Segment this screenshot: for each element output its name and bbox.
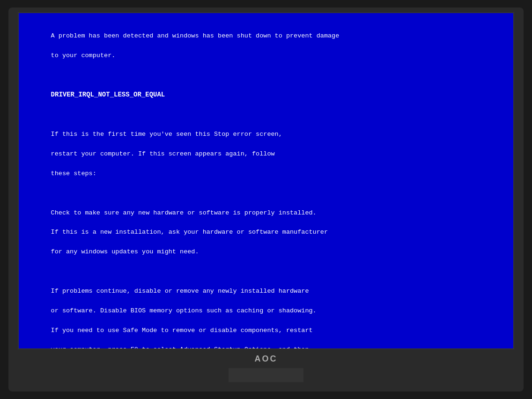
bsod-line15: If you need to use Safe Mode to remove o… (51, 327, 313, 334)
monitor-stand (229, 368, 303, 382)
bsod-error-code: DRIVER_IRQL_NOT_LESS_OR_EQUAL (51, 91, 165, 98)
monitor: A problem has been detected and windows … (8, 7, 524, 392)
bsod-line14: or software. Disable BIOS memory options… (51, 307, 317, 314)
bsod-line13: If problems continue, disable or remove … (51, 288, 309, 295)
bsod-line9: Check to make sure any new hardware or s… (51, 209, 317, 216)
monitor-brand-label: AOC (255, 354, 278, 364)
monitor-bezel: AOC (18, 349, 514, 368)
bsod-line1: A problem has been detected and windows … (51, 32, 340, 39)
bsod-line11: for any windows updates you might need. (51, 248, 199, 255)
bsod-line5: If this is the first time you've seen th… (51, 131, 282, 138)
bsod-screen: A problem has been detected and windows … (18, 12, 514, 349)
bsod-line10: If this is a new installation, ask your … (51, 229, 328, 236)
bsod-content: A problem has been detected and windows … (28, 22, 504, 349)
bsod-line6: restart your computer. If this screen ap… (51, 150, 275, 157)
bsod-line7: these steps: (51, 170, 96, 177)
bsod-line2: to your computer. (51, 52, 116, 59)
bsod-line16: your computer, press F8 to select Advanc… (51, 346, 309, 349)
